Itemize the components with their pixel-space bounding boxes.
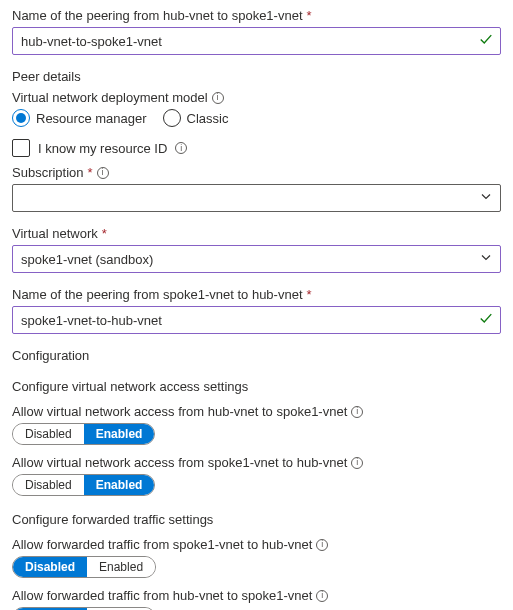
virtual-network-select[interactable]: spoke1-vnet (sandbox) xyxy=(12,245,501,273)
label-text: Subscription xyxy=(12,165,84,180)
know-resource-id-checkbox[interactable]: I know my resource ID i xyxy=(12,139,501,157)
info-icon[interactable]: i xyxy=(97,167,109,179)
info-icon[interactable]: i xyxy=(316,590,328,602)
label-text: Allow virtual network access from hub-vn… xyxy=(12,404,347,419)
forwarded-spoke-to-hub-label: Allow forwarded traffic from spoke1-vnet… xyxy=(12,537,501,552)
peering-hub-to-spoke-input[interactable] xyxy=(12,27,501,55)
toggle-disabled[interactable]: Disabled xyxy=(13,475,84,495)
forwarded-hub-to-spoke-label: Allow forwarded traffic from hub-vnet to… xyxy=(12,588,501,603)
checkbox-label: I know my resource ID xyxy=(38,141,167,156)
info-icon[interactable]: i xyxy=(351,457,363,469)
label-text: Allow forwarded traffic from hub-vnet to… xyxy=(12,588,312,603)
label-text: Name of the peering from hub-vnet to spo… xyxy=(12,8,303,23)
virtual-network-label: Virtual network * xyxy=(12,226,501,241)
radio-resource-manager[interactable]: Resource manager xyxy=(12,109,147,127)
toggle-disabled[interactable]: Disabled xyxy=(13,557,87,577)
label-text: Allow virtual network access from spoke1… xyxy=(12,455,347,470)
label-text: Virtual network deployment model xyxy=(12,90,208,105)
label-text: Allow forwarded traffic from spoke1-vnet… xyxy=(12,537,312,552)
access-hub-to-spoke-toggle[interactable]: Disabled Enabled xyxy=(12,423,155,445)
info-icon[interactable]: i xyxy=(351,406,363,418)
label-text: Virtual network xyxy=(12,226,98,241)
access-spoke-to-hub-toggle[interactable]: Disabled Enabled xyxy=(12,474,155,496)
toggle-enabled[interactable]: Enabled xyxy=(84,424,155,444)
radio-icon xyxy=(12,109,30,127)
toggle-enabled[interactable]: Enabled xyxy=(87,557,155,577)
required-mark: * xyxy=(307,8,312,23)
peering-hub-to-spoke-label: Name of the peering from hub-vnet to spo… xyxy=(12,8,501,23)
toggle-disabled[interactable]: Disabled xyxy=(13,424,84,444)
toggle-enabled[interactable]: Enabled xyxy=(84,475,155,495)
required-mark: * xyxy=(102,226,107,241)
forwarded-settings-title: Configure forwarded traffic settings xyxy=(12,512,501,527)
radio-label: Classic xyxy=(187,111,229,126)
info-icon[interactable]: i xyxy=(175,142,187,154)
deployment-model-label: Virtual network deployment model i xyxy=(12,90,501,105)
access-hub-to-spoke-label: Allow virtual network access from hub-vn… xyxy=(12,404,501,419)
forwarded-spoke-to-hub-toggle[interactable]: Disabled Enabled xyxy=(12,556,156,578)
peering-spoke-to-hub-input[interactable] xyxy=(12,306,501,334)
info-icon[interactable]: i xyxy=(212,92,224,104)
label-text: Name of the peering from spoke1-vnet to … xyxy=(12,287,303,302)
radio-label: Resource manager xyxy=(36,111,147,126)
subscription-select[interactable] xyxy=(12,184,501,212)
subscription-label: Subscription * i xyxy=(12,165,501,180)
access-spoke-to-hub-label: Allow virtual network access from spoke1… xyxy=(12,455,501,470)
peering-spoke-to-hub-label: Name of the peering from spoke1-vnet to … xyxy=(12,287,501,302)
configuration-title: Configuration xyxy=(12,348,501,363)
access-settings-title: Configure virtual network access setting… xyxy=(12,379,501,394)
select-value: spoke1-vnet (sandbox) xyxy=(21,252,153,267)
required-mark: * xyxy=(307,287,312,302)
radio-classic[interactable]: Classic xyxy=(163,109,229,127)
peer-details-title: Peer details xyxy=(12,69,501,84)
chevron-down-icon xyxy=(480,252,492,267)
required-mark: * xyxy=(88,165,93,180)
chevron-down-icon xyxy=(480,191,492,206)
radio-icon xyxy=(163,109,181,127)
info-icon[interactable]: i xyxy=(316,539,328,551)
checkbox-icon xyxy=(12,139,30,157)
